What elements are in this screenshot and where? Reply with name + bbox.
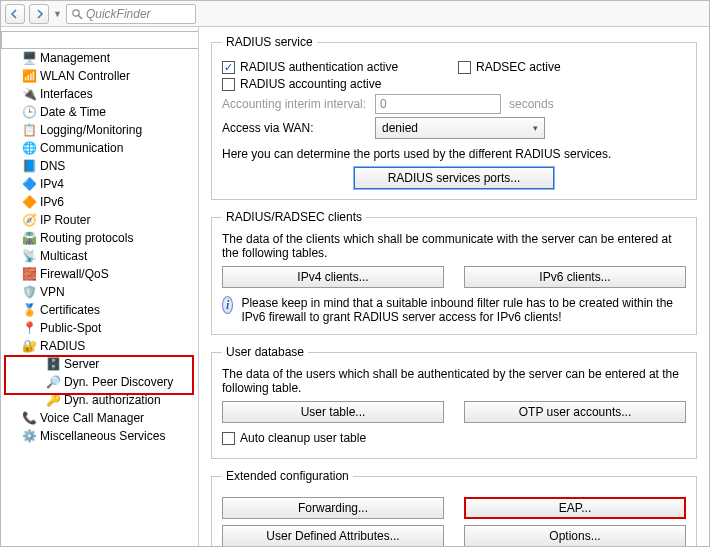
log-icon: 📋 <box>21 123 37 137</box>
tree-item-management[interactable]: 🖥️Management <box>1 49 198 67</box>
hotspot-icon: 📍 <box>21 321 37 335</box>
ipv6-icon: 🔶 <box>21 195 37 209</box>
svg-line-1 <box>78 15 82 19</box>
router-icon: 🧭 <box>21 213 37 227</box>
tree-item-misc[interactable]: ⚙️Miscellaneous Services <box>1 427 198 445</box>
userdb-group: User database The data of the users whic… <box>211 345 697 459</box>
tree-item-firewall[interactable]: 🧱Firewall/QoS <box>1 265 198 283</box>
plug-icon: 🔌 <box>21 87 37 101</box>
tree-item-radius[interactable]: 🔐RADIUS <box>1 337 198 355</box>
empty-checkbox-icon <box>222 432 235 445</box>
radius-service-group: RADIUS service ✓ RADIUS authentication a… <box>211 35 697 200</box>
radsec-active-checkbox[interactable]: RADSEC active <box>458 60 686 74</box>
back-button[interactable] <box>5 4 25 24</box>
auto-cleanup-checkbox[interactable]: Auto cleanup user table <box>222 431 366 445</box>
tree-item-wlan-controller[interactable]: 📶WLAN Controller <box>1 67 198 85</box>
tree-item-public-spot[interactable]: 📍Public-Spot <box>1 319 198 337</box>
ports-desc: Here you can determine the ports used by… <box>222 147 686 161</box>
wifi-icon: 📶 <box>21 69 37 83</box>
chevron-down-icon: ▾ <box>533 123 538 133</box>
tree-item-ipv6[interactable]: 🔶IPv6 <box>1 193 198 211</box>
eap-button[interactable]: EAP... <box>464 497 686 519</box>
empty-checkbox-icon <box>458 61 471 74</box>
radius-icon: 🔐 <box>21 339 37 353</box>
tree-item-interfaces[interactable]: 🔌Interfaces <box>1 85 198 103</box>
clients-group: RADIUS/RADSEC clients The data of the cl… <box>211 210 697 335</box>
search-icon <box>71 8 83 20</box>
tree-item-routing-protocols[interactable]: 🛣️Routing protocols <box>1 229 198 247</box>
access-wan-select[interactable]: denied ▾ <box>375 117 545 139</box>
monitor-icon: 🖥️ <box>21 51 37 65</box>
ipv6-clients-button[interactable]: IPv6 clients... <box>464 266 686 288</box>
content-panel: RADIUS service ✓ RADIUS authentication a… <box>199 27 709 546</box>
peer-icon: 🔎 <box>45 375 61 389</box>
tree-item-communication[interactable]: 🌐Communication <box>1 139 198 157</box>
tree-item-ip-router[interactable]: 🧭IP Router <box>1 211 198 229</box>
otp-accounts-button[interactable]: OTP user accounts... <box>464 401 686 423</box>
options-button[interactable]: Options... <box>464 525 686 546</box>
clients-note: Please keep in mind that a suitable inbo… <box>241 296 686 324</box>
server-icon: 🗄️ <box>45 357 61 371</box>
certificate-icon: 🏅 <box>21 303 37 317</box>
tree-item-dyn-auth[interactable]: 🔑Dyn. authorization <box>1 391 198 409</box>
interim-input: 0 <box>375 94 501 114</box>
empty-checkbox-icon <box>222 78 235 91</box>
clients-legend: RADIUS/RADSEC clients <box>222 210 366 224</box>
tree-item-date-time[interactable]: 🕒Date & Time <box>1 103 198 121</box>
info-icon: i <box>222 296 233 314</box>
toolbar-divider: ▼ <box>53 9 62 19</box>
tree-item-certificates[interactable]: 🏅Certificates <box>1 301 198 319</box>
globe-icon: 🌐 <box>21 141 37 155</box>
radius-service-legend: RADIUS service <box>222 35 317 49</box>
forwarding-button[interactable]: Forwarding... <box>222 497 444 519</box>
forward-button[interactable] <box>29 4 49 24</box>
tree-item-voice[interactable]: 📞Voice Call Manager <box>1 409 198 427</box>
radius-services-ports-button[interactable]: RADIUS services ports... <box>354 167 554 189</box>
tree-item-ipv4[interactable]: 🔷IPv4 <box>1 175 198 193</box>
acct-active-checkbox[interactable]: RADIUS accounting active <box>222 77 381 91</box>
tree-item-dns[interactable]: 📘DNS <box>1 157 198 175</box>
tree-item-dyn-peer[interactable]: 🔎Dyn. Peer Discovery <box>1 373 198 391</box>
toolbar: ▼ QuickFinder <box>1 1 709 27</box>
interim-label: Accounting interim interval: <box>222 97 367 111</box>
tree-item-radius-server[interactable]: 🗄️Server <box>1 355 198 373</box>
access-wan-label: Access via WAN: <box>222 121 367 135</box>
ipv4-icon: 🔷 <box>21 177 37 191</box>
ipv4-clients-button[interactable]: IPv4 clients... <box>222 266 444 288</box>
shield-icon: 🛡️ <box>21 285 37 299</box>
user-table-button[interactable]: User table... <box>222 401 444 423</box>
multicast-icon: 📡 <box>21 249 37 263</box>
userdb-desc: The data of the users which shall be aut… <box>222 367 686 395</box>
services-icon: ⚙️ <box>21 429 37 443</box>
tree-item-multicast[interactable]: 📡Multicast <box>1 247 198 265</box>
userdb-legend: User database <box>222 345 308 359</box>
user-defined-attributes-button[interactable]: User Defined Attributes... <box>222 525 444 546</box>
tree-item-logging[interactable]: 📋Logging/Monitoring <box>1 121 198 139</box>
dns-icon: 📘 <box>21 159 37 173</box>
search-input[interactable]: QuickFinder <box>66 4 196 24</box>
auth-active-checkbox[interactable]: ✓ RADIUS authentication active <box>222 60 450 74</box>
firewall-icon: 🧱 <box>21 267 37 281</box>
extended-config-legend: Extended configuration <box>222 469 353 483</box>
clock-icon: 🕒 <box>21 105 37 119</box>
phone-icon: 📞 <box>21 411 37 425</box>
route-icon: 🛣️ <box>21 231 37 245</box>
svg-point-0 <box>73 9 79 15</box>
config-tree[interactable]: ▾ Configuration 🖥️Management 📶WLAN Contr… <box>1 27 199 546</box>
checkmark-icon: ✓ <box>222 61 235 74</box>
clients-desc: The data of the clients which shall be c… <box>222 232 686 260</box>
extended-config-group: Extended configuration Forwarding... EAP… <box>211 469 697 546</box>
tree-item-vpn[interactable]: 🛡️VPN <box>1 283 198 301</box>
tree-root[interactable]: ▾ Configuration <box>1 31 199 49</box>
interim-unit: seconds <box>509 97 554 111</box>
search-placeholder: QuickFinder <box>86 7 151 21</box>
auth-icon: 🔑 <box>45 393 61 407</box>
